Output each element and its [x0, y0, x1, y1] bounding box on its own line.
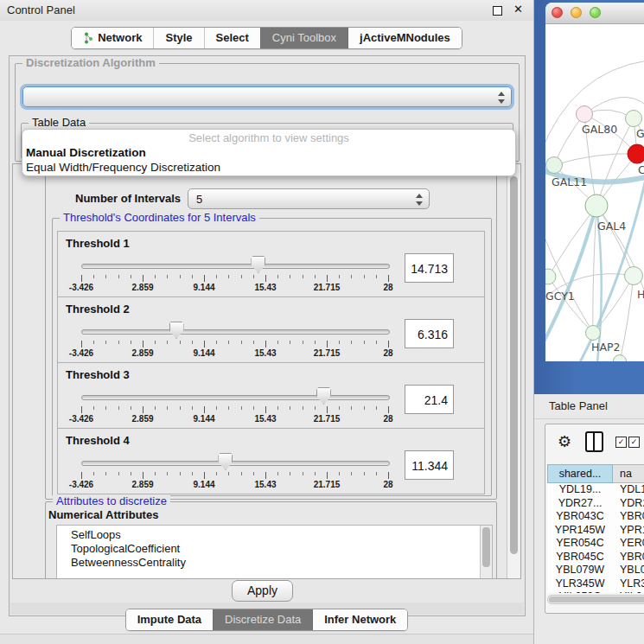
mac-close-button[interactable] [552, 7, 563, 18]
minor-tick [290, 341, 290, 344]
table-cell-name[interactable]: YBL0 [613, 564, 644, 577]
table-row[interactable]: YBR043CYBR0 [547, 510, 644, 524]
threshold-slider-track[interactable] [81, 264, 390, 269]
node-bottom[interactable] [614, 355, 627, 362]
table-cell-name[interactable]: YDR2 [613, 497, 644, 511]
table-cell-shared-name[interactable]: YIL052C [547, 590, 613, 593]
table-cell-name[interactable]: YBR0 [613, 510, 644, 524]
tab-select[interactable]: Select [204, 28, 260, 48]
network-edge[interactable] [554, 114, 584, 165]
scrollbar-thumb[interactable] [549, 596, 644, 603]
mac-zoom-button[interactable] [590, 7, 601, 18]
threshold-slider-thumb[interactable] [218, 453, 233, 470]
algorithm-option-manual[interactable]: Manual Discretization [22, 146, 515, 161]
table-cell-name[interactable]: YDL1 [613, 483, 644, 497]
threshold-value-input[interactable]: 21.4 [405, 385, 454, 414]
table-row[interactable]: YIL052CYIL0 [547, 590, 644, 593]
tab-style[interactable]: Style [153, 28, 203, 48]
node-gal11[interactable] [546, 157, 563, 174]
network-canvas[interactable]: GAL80GACGAL11GAL4GCY1HHAP2 [545, 24, 644, 361]
number-of-intervals-dropdown[interactable]: 5 [188, 188, 430, 209]
column-header-name[interactable]: na [613, 464, 644, 483]
table-cell-shared-name[interactable]: YBR043C [547, 510, 613, 524]
algorithm-placeholder-option[interactable]: Select algorithm to view settings [22, 130, 515, 146]
tab-infer-network[interactable]: Infer Network [312, 609, 407, 630]
table-row[interactable]: YDR27...YDR2 [547, 497, 644, 511]
tab-cyni-toolbox[interactable]: Cyni Toolbox [260, 28, 348, 48]
scrollbar-thumb[interactable] [510, 176, 518, 554]
table-row[interactable]: YLR345WYLR3 [547, 577, 644, 591]
table-row[interactable]: YBR045CYBR0 [547, 551, 644, 564]
list-item-topologicalcoefficient[interactable]: TopologicalCoefficient [57, 542, 492, 556]
algorithm-settings-panel: Interval Definition Number of Intervals … [12, 163, 521, 579]
node-h[interactable] [625, 267, 643, 285]
node-gal80[interactable] [577, 106, 593, 123]
mac-minimize-button[interactable] [571, 7, 582, 18]
algorithm-dropdown[interactable] [22, 86, 512, 107]
table-cell-shared-name[interactable]: YLR345W [547, 577, 613, 591]
table-horizontal-scrollbar[interactable] [547, 595, 644, 604]
scrollbar-thumb[interactable] [482, 527, 490, 567]
apply-button[interactable]: Apply [232, 580, 293, 602]
node-hap2[interactable] [586, 326, 601, 341]
network-edge[interactable] [554, 154, 637, 165]
table-cell-name[interactable]: YER0 [613, 537, 644, 551]
table-cell-name[interactable]: YPR1 [613, 524, 644, 538]
table-row[interactable]: YBL079WYBL0 [547, 564, 644, 577]
settings-scrollbar[interactable] [507, 164, 520, 578]
network-edge[interactable] [548, 206, 596, 277]
threshold-slider-thumb[interactable] [169, 322, 184, 339]
column-layout-icon[interactable] [585, 431, 603, 452]
tab-network[interactable]: Network [72, 28, 153, 48]
table-cell-shared-name[interactable]: YBR045C [547, 551, 613, 564]
gear-icon[interactable]: ⚙ [558, 432, 571, 451]
major-tick [143, 341, 143, 348]
threshold-value-input[interactable]: 11.344 [405, 450, 454, 480]
threshold-value-input[interactable]: 6.316 [405, 319, 454, 348]
checkbox-icon[interactable]: ✓ [628, 437, 640, 448]
minor-tick [167, 406, 168, 410]
app-root: Control Panel ✕ NetworkStyleSelectCyni T… [0, 0, 644, 644]
node-gal4[interactable] [585, 194, 608, 217]
close-icon[interactable]: ✕ [513, 3, 523, 16]
threshold-slider-track[interactable] [81, 461, 390, 466]
threshold-slider-track[interactable] [81, 395, 390, 400]
table-cell-shared-name[interactable]: YDL19... [547, 483, 613, 497]
network-edge[interactable] [593, 206, 596, 333]
node-red[interactable] [628, 144, 644, 163]
algorithm-option-equal-width[interactable]: Equal Width/Frequency Discretization [22, 161, 515, 175]
table-row[interactable]: YPR145WYPR1 [547, 524, 644, 538]
threshold-value-input[interactable]: 14.713 [405, 253, 454, 283]
minor-tick [253, 341, 254, 344]
list-item-betweennesscentrality[interactable]: BetweennessCentrality [57, 556, 492, 570]
threshold-slider-thumb[interactable] [251, 256, 265, 273]
node-gcy1[interactable] [545, 269, 556, 284]
minor-tick [192, 275, 193, 278]
table-cell-name[interactable]: YBR0 [613, 551, 644, 564]
column-header-shared[interactable]: shared... [547, 464, 613, 483]
threshold-panel-4: Threshold 4-3.4262.8599.14415.4321.71528… [57, 428, 485, 494]
table-row[interactable]: YDL19...YDL1 [547, 483, 644, 497]
table-cell-shared-name[interactable]: YBL079W [547, 564, 613, 577]
major-tick [327, 472, 328, 479]
table-cell-name[interactable]: YIL0 [613, 590, 644, 593]
table-cell-shared-name[interactable]: YDR27... [547, 497, 613, 511]
tab-impute-data[interactable]: Impute Data [126, 609, 213, 630]
network-edge[interactable] [620, 276, 634, 361]
float-window-icon[interactable] [493, 6, 502, 16]
threshold-slider-track[interactable] [81, 329, 390, 335]
tab-discretize-data[interactable]: Discretize Data [213, 609, 312, 630]
table-row[interactable]: YER054CYER0 [547, 537, 644, 551]
minor-tick [351, 341, 352, 344]
list-scrollbar[interactable] [480, 526, 492, 579]
dropdown-arrows-icon [497, 91, 505, 105]
tab-jactivemnodules[interactable]: jActiveMNodules [348, 28, 462, 48]
table-cell-shared-name[interactable]: YPR145W [547, 524, 613, 538]
threshold-slider-thumb[interactable] [316, 387, 331, 405]
table-cell-shared-name[interactable]: YER054C [547, 537, 613, 551]
table-cell-name[interactable]: YLR3 [613, 577, 644, 591]
tab-label: Style [165, 28, 192, 48]
checkbox-icon[interactable]: ✓ [615, 437, 627, 448]
list-item-selfloops[interactable]: SelfLoops [57, 526, 492, 542]
node-top-right[interactable] [626, 111, 642, 127]
